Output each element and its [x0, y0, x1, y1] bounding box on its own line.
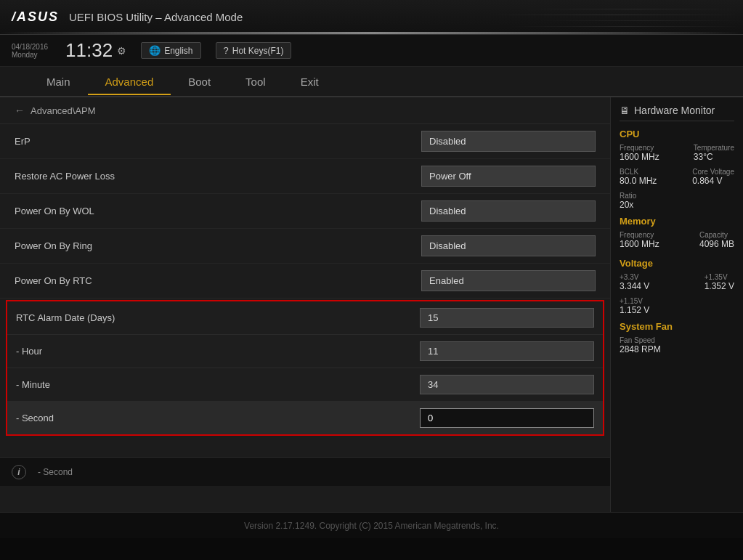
- v33-value: 3.344 V: [620, 281, 649, 291]
- rtc-minute-input[interactable]: [420, 375, 594, 394]
- rtc-hour-label: - Hour: [16, 346, 420, 357]
- power-ring-control: Disabled Enabled: [421, 235, 596, 256]
- v33-label: +3.3V: [620, 273, 649, 281]
- header: /ASUS UEFI BIOS Utility – Advanced Mode: [0, 0, 743, 35]
- sidebar-title-text: Hardware Monitor: [634, 105, 715, 116]
- mem-cap-value: 4096 MB: [699, 239, 734, 249]
- date-display: 04/18/2016: [12, 43, 48, 51]
- erp-dropdown[interactable]: Disabled Enabled: [421, 131, 596, 152]
- cpu-freq-row: Frequency 1600 MHz Temperature 33°C: [620, 144, 734, 165]
- restore-ac-dropdown[interactable]: Power Off Power On Last State: [421, 166, 596, 187]
- breadcrumb-arrow[interactable]: ←: [15, 105, 25, 116]
- v115-value: 1.152 V: [620, 305, 734, 315]
- voltage-header: Voltage: [620, 258, 734, 269]
- tab-main[interactable]: Main: [29, 70, 88, 94]
- rtc-minute-label: - Minute: [16, 379, 420, 390]
- question-icon: ?: [224, 45, 229, 56]
- power-rtc-label: Power On By RTC: [15, 275, 421, 286]
- restore-ac-control: Power Off Power On Last State: [421, 166, 596, 187]
- system-fan-header: System Fan: [620, 321, 734, 332]
- rtc-hour-row: - Hour: [7, 335, 603, 368]
- restore-ac-row: Restore AC Power Loss Power Off Power On…: [0, 159, 610, 194]
- rtc-minute-row: - Minute: [7, 368, 603, 402]
- sidebar-title: 🖥 Hardware Monitor: [620, 105, 734, 121]
- settings-icon[interactable]: ⚙: [117, 45, 126, 57]
- day-display: Monday: [12, 51, 48, 59]
- rtc-second-label: - Second: [16, 413, 420, 423]
- info-bar: 04/18/2016 Monday 11:32 ⚙ 🌐 English ? Ho…: [0, 35, 743, 67]
- breadcrumb-path: Advanced\APM: [31, 105, 96, 116]
- tab-boot[interactable]: Boot: [171, 70, 228, 94]
- language-label: English: [164, 46, 192, 56]
- monitor-icon: 🖥: [620, 105, 630, 116]
- cpu-core-voltage-label: Core Voltage: [692, 168, 734, 176]
- language-button[interactable]: 🌐 English: [141, 42, 200, 59]
- power-wol-control: Disabled Enabled: [421, 200, 596, 222]
- power-ring-dropdown[interactable]: Disabled Enabled: [421, 235, 596, 256]
- mem-freq-label: Frequency: [620, 231, 659, 239]
- memory-header: Memory: [620, 216, 734, 227]
- fan-speed-label: Fan Speed: [620, 336, 734, 344]
- cpu-freq-value: 1600 MHz: [620, 152, 659, 162]
- rtc-date-input[interactable]: [420, 308, 594, 328]
- tab-exit[interactable]: Exit: [283, 70, 336, 94]
- power-rtc-dropdown[interactable]: Disabled Enabled: [421, 270, 596, 291]
- cpu-bclk-value: 80.0 MHz: [620, 176, 657, 186]
- tab-tool[interactable]: Tool: [228, 70, 283, 94]
- mem-freq-value: 1600 MHz: [620, 239, 659, 249]
- info-icon: i: [12, 465, 26, 479]
- globe-icon: 🌐: [149, 45, 161, 56]
- cpu-core-voltage-value: 0.864 V: [692, 176, 734, 186]
- footer: Version 2.17.1249. Copyright (C) 2015 Am…: [0, 512, 743, 538]
- voltage-33-row: +3.3V 3.344 V +1.35V 1.352 V: [620, 273, 734, 294]
- power-wol-dropdown[interactable]: Disabled Enabled: [421, 200, 596, 222]
- header-title: UEFI BIOS Utility – Advanced Mode: [69, 11, 243, 23]
- rtc-second-input[interactable]: [420, 408, 594, 428]
- hotkeys-label: Hot Keys(F1): [232, 46, 284, 56]
- cpu-temp-value: 33°C: [694, 152, 734, 162]
- power-ring-label: Power On By Ring: [15, 240, 421, 251]
- hardware-monitor-sidebar: 🖥 Hardware Monitor CPU Frequency 1600 MH…: [610, 97, 743, 512]
- restore-ac-label: Restore AC Power Loss: [15, 171, 421, 182]
- nav-bar: Main Advanced Boot Tool Exit: [0, 67, 743, 97]
- voltage-115-block: +1.15V 1.152 V: [620, 297, 734, 315]
- breadcrumb: ← Advanced\APM: [0, 97, 610, 124]
- time-text: 11:32: [65, 39, 113, 62]
- cpu-ratio-value: 20x: [620, 200, 734, 210]
- hotkeys-button[interactable]: ? Hot Keys(F1): [216, 42, 292, 59]
- v115-label: +1.15V: [620, 297, 734, 305]
- bottom-info-bar: i - Second: [0, 457, 610, 486]
- main-layout: ← Advanced\APM ErP Disabled Enabled Rest…: [0, 97, 743, 512]
- v135-value: 1.352 V: [705, 281, 734, 291]
- cpu-ratio-label: Ratio: [620, 192, 734, 200]
- footer-text: Version 2.17.1249. Copyright (C) 2015 Am…: [244, 521, 499, 531]
- fan-speed-value: 2848 RPM: [620, 344, 734, 354]
- rtc-section: RTC Alarm Date (Days) - Hour - Minute - …: [6, 300, 604, 436]
- erp-control: Disabled Enabled: [421, 131, 596, 152]
- rtc-second-row: - Second: [7, 402, 603, 434]
- erp-label: ErP: [15, 136, 421, 147]
- bottom-info-text: - Second: [38, 467, 73, 477]
- power-rtc-control: Disabled Enabled: [421, 270, 596, 291]
- tab-advanced[interactable]: Advanced: [88, 70, 171, 95]
- decorative-lines: [452, 0, 743, 35]
- power-rtc-row: Power On By RTC Disabled Enabled: [0, 264, 610, 299]
- settings-table: ErP Disabled Enabled Restore AC Power Lo…: [0, 124, 610, 299]
- cpu-freq-label: Frequency: [620, 144, 659, 152]
- power-ring-row: Power On By Ring Disabled Enabled: [0, 229, 610, 264]
- time-display: 11:32 ⚙: [65, 39, 126, 62]
- rtc-date-row: RTC Alarm Date (Days): [7, 301, 603, 335]
- mem-cap-label: Capacity: [699, 231, 734, 239]
- datetime: 04/18/2016 Monday: [12, 43, 48, 59]
- cpu-temp-label: Temperature: [694, 144, 734, 152]
- memory-row: Frequency 1600 MHz Capacity 4096 MB: [620, 231, 734, 252]
- power-wol-row: Power On By WOL Disabled Enabled: [0, 194, 610, 229]
- power-wol-label: Power On By WOL: [15, 206, 421, 216]
- rtc-hour-input[interactable]: [420, 341, 594, 361]
- cpu-ratio-block: Ratio 20x: [620, 192, 734, 210]
- cpu-header: CPU: [620, 129, 734, 139]
- v135-label: +1.35V: [705, 273, 734, 281]
- erp-row: ErP Disabled Enabled: [0, 124, 610, 159]
- fan-speed-block: Fan Speed 2848 RPM: [620, 336, 734, 354]
- cpu-bclk-row: BCLK 80.0 MHz Core Voltage 0.864 V: [620, 168, 734, 189]
